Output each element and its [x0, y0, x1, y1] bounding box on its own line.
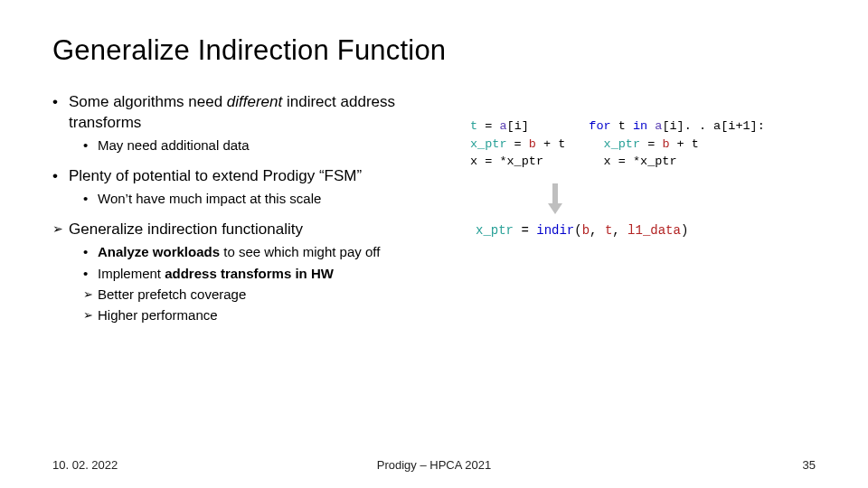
svg-marker-1 — [548, 203, 562, 214]
bullet-3c-text: Better prefetch coverage — [98, 286, 246, 304]
code-column: t = a[i] x_ptr = b + t x = *x_ptr for t … — [441, 92, 816, 327]
bullet-column: Some algorithms need different indirect … — [52, 92, 441, 327]
bullet-3a: Analyze workloads to see which might pay… — [83, 243, 441, 261]
bullet-2-text: Plenty of potential to extend Prodigy “F… — [69, 166, 362, 187]
triangle-bullet-icon — [83, 286, 98, 304]
bullet-dot-icon — [83, 265, 98, 283]
footer-center: Prodigy – HPCA 2021 — [0, 458, 868, 472]
bullet-3b: Implement address transforms in HW — [83, 265, 441, 283]
triangle-bullet-icon — [83, 306, 98, 324]
bullet-3a-text: Analyze workloads to see which might pay… — [98, 243, 380, 261]
slide-title: Generalize Indirection Function — [52, 34, 816, 67]
bullet-2: Plenty of potential to extend Prodigy “F… — [52, 166, 441, 187]
bullet-3-text: Generalize indirection functionality — [69, 220, 303, 240]
bullet-3: Generalize indirection functionality — [52, 220, 441, 240]
code-block-right: for t in a[i]. . a[i+1]: x_ptr = b + t x… — [589, 117, 764, 171]
bullet-dot-icon — [83, 243, 98, 261]
bullet-dot-icon — [52, 166, 69, 187]
footer: 10. 02. 2022 Prodigy – HPCA 2021 35 — [0, 458, 868, 472]
svg-rect-0 — [552, 183, 558, 203]
bullet-dot-icon — [52, 92, 69, 134]
bullet-3b-text: Implement address transforms in HW — [98, 265, 334, 283]
down-arrow-icon — [548, 183, 816, 214]
bullet-2a-text: Won’t have much impact at this scale — [98, 190, 321, 208]
bullet-3d-text: Higher performance — [98, 306, 218, 324]
bullet-1a-text: May need additional data — [98, 136, 250, 155]
bullet-1: Some algorithms need different indirect … — [52, 92, 441, 134]
code-result: x_ptr = indir(b, t, l1_data) — [476, 223, 816, 238]
bullet-3d: Higher performance — [83, 306, 441, 324]
bullet-dot-icon — [83, 136, 98, 155]
bullet-2a: Won’t have much impact at this scale — [83, 190, 441, 208]
bullet-dot-icon — [83, 190, 98, 208]
bullet-1a: May need additional data — [83, 136, 441, 155]
bullet-3c: Better prefetch coverage — [83, 286, 441, 304]
code-block-left: t = a[i] x_ptr = b + t x = *x_ptr — [470, 117, 565, 171]
triangle-bullet-icon — [52, 220, 69, 240]
content-area: Some algorithms need different indirect … — [52, 92, 816, 327]
bullet-1-text: Some algorithms need different indirect … — [69, 92, 441, 134]
